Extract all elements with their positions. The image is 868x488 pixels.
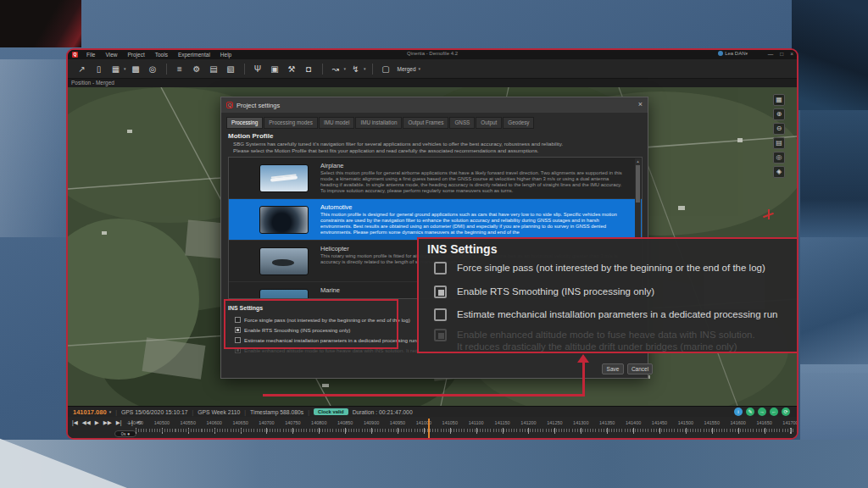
map-center-button[interactable]: ◎ [773,152,785,164]
info-button[interactable]: i [734,408,743,416]
dialog-titlebar[interactable]: Q Project settings × [221,97,648,113]
profile-description: Select this motion profile for general a… [320,170,626,194]
close-button[interactable]: × [790,51,793,57]
skip-end-button[interactable]: ▶| [116,419,122,426]
chevron-down-icon[interactable]: ▾ [109,409,112,414]
user-menu[interactable]: Lea DAN ▾ [718,51,748,56]
timeline-tick-label: 140650 [232,420,248,425]
toolbar-separator [166,64,167,75]
antenna-icon[interactable]: Ψ [251,63,265,75]
map-zoom-out-button[interactable]: ⊖ [773,123,785,135]
desktop-photo-topleft [0,0,81,47]
checkbox-icon [434,308,447,321]
annotation-highlight-rect [224,299,398,349]
table-icon[interactable]: ▤ [207,63,221,75]
route-icon[interactable]: ↝ [329,63,343,75]
timeline-tick-label: 141500 [678,420,693,425]
profile-row-airplane[interactable]: AirplaneSelect this motion profile for g… [229,158,642,199]
chevron-down-icon[interactable]: ▾ [419,66,421,71]
report-icon[interactable]: ▧ [224,63,238,75]
tab-imu-model[interactable]: IMU model [319,117,354,129]
view-selector-label: Merged [398,66,416,72]
chevron-down-icon[interactable]: ▾ [124,66,126,71]
tab-output-frames[interactable]: Output Frames [403,117,448,129]
profile-title: Airplane [320,162,344,169]
minimize-button[interactable]: — [768,51,774,57]
step-back-button[interactable]: ← [770,408,778,416]
map-layers-button[interactable]: ▦ [773,94,785,106]
callout-option-2: Estimate mechanical installation paramet… [434,308,777,321]
clock-valid-badge: Clock valid [314,408,348,415]
fast-forward-button[interactable]: ▶▶ [103,419,112,426]
view-monitor-icon[interactable]: ▢ [379,63,393,75]
timeline[interactable]: |◀◀◀▶▶▶▶|→|⟲ 0s ● 1404501405001405501406… [68,417,797,440]
timeline-tick-label: 140750 [285,420,300,425]
chevron-down-icon[interactable]: ▾ [344,66,347,71]
menu-tools[interactable]: Tools [150,52,173,58]
skip-start-button[interactable]: |◀ [72,419,78,426]
3d-bars-icon[interactable]: ▩ [129,63,143,75]
list-icon[interactable]: ≡ [173,63,187,75]
wrench-icon[interactable]: ⚒ [285,63,299,75]
menu-experimental[interactable]: Experimental [173,52,215,58]
edit-button[interactable]: ✎ [746,408,754,416]
view-tab-label: Position - Merged [71,80,114,86]
menu-help[interactable]: Help [215,52,236,58]
timeline-tick-label: 141050 [442,420,458,425]
current-time[interactable]: 141017.080 [73,408,107,416]
desktop-highlight [0,59,76,237]
timeline-tick-label: 141250 [547,420,562,425]
tab-processing-modes[interactable]: Processing modes [264,117,318,129]
tab-gnss[interactable]: GNSS [449,117,475,129]
profile-description: This motion profile is designed for gene… [320,212,626,236]
processing-gear-icon[interactable]: ⚙ [190,63,204,75]
user-name: Lea DAN [725,51,745,56]
cancel-button[interactable]: Cancel [627,363,653,374]
section-description-2: Please select the Motion Profile that be… [233,147,538,153]
scroll-up-icon[interactable]: ▴ [635,158,641,164]
callout-title: INS Settings [427,242,497,256]
menu-file[interactable]: File [81,52,100,58]
trend-line-icon[interactable]: ↗ [75,63,89,75]
menu-bar: Q FileViewProjectToolsExperimentalHelp Q… [68,50,797,59]
refresh-button[interactable]: ⟳ [782,408,790,416]
timeline-tick-label: 141550 [704,420,720,425]
tab-imu-installation[interactable]: IMU installation [355,117,402,129]
timeline-tick-label: 141200 [520,420,536,425]
play-button[interactable]: ▶ [95,419,99,426]
step-forward-button[interactable]: → [758,408,766,416]
menu-project[interactable]: Project [122,52,149,58]
timeline-tick-label: 141650 [756,420,771,425]
annotation-arrow-line [263,394,584,396]
bar-chart-icon[interactable]: ▦ [108,63,123,75]
rewind-button[interactable]: ◀◀ [82,419,91,426]
profile-row-automotive[interactable]: AutomotiveThis motion profile is designe… [229,199,642,241]
dialog-tab-bar: ProcessingProcessing modesIMU modelIMU i… [226,117,534,129]
image-icon[interactable]: ▣ [268,63,282,75]
scrollbar-thumb[interactable] [636,165,640,202]
playback-speed[interactable]: 0s ● [114,430,136,437]
satellite-icon[interactable]: ↯ [348,63,363,75]
map-measure-button[interactable]: ◈ [773,166,785,178]
timeline-tick-label: 140800 [311,420,326,425]
save-button[interactable]: Save [602,363,624,374]
map-toolbar: ▦⊕⊖▤◎◈ [773,94,785,178]
tab-output[interactable]: Output [476,117,502,129]
globe-icon[interactable]: ◎ [146,63,160,75]
notebook-icon[interactable]: ▯ [92,63,106,75]
capture-icon[interactable]: ◘ [302,63,316,75]
chevron-down-icon[interactable]: ▾ [364,66,366,71]
dialog-close-icon[interactable]: × [638,100,643,108]
tab-geodesy[interactable]: Geodesy [503,117,534,129]
duration-label: Duration : 00:21:47.000 [353,409,413,415]
menu-view[interactable]: View [100,52,122,58]
app-logo-icon: Q [72,52,78,58]
automotive-thumbnail [259,206,309,234]
profile-title: Marine [320,286,340,294]
tab-processing[interactable]: Processing [226,117,263,129]
timeline-playhead[interactable] [428,419,430,438]
timeline-tick-label: 141600 [731,420,746,425]
map-legend-button[interactable]: ▤ [773,137,785,149]
map-zoom-in-button[interactable]: ⊕ [773,108,785,120]
maximize-button[interactable]: □ [780,51,783,57]
